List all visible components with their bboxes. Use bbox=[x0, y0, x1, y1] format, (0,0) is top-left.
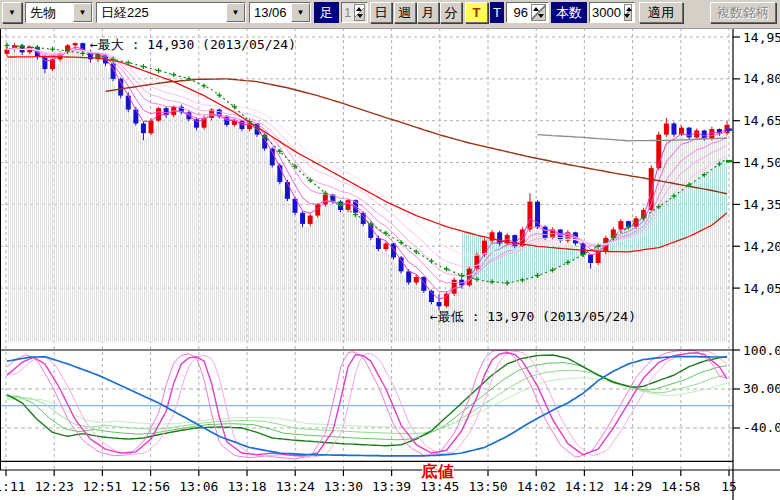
toolbar-collapse-dropdown[interactable]: ▼ bbox=[2, 2, 22, 23]
contract-month-select[interactable]: 13/06 ▼ bbox=[249, 2, 311, 23]
oscillator-lines bbox=[7, 351, 727, 459]
instrument-type-value: 先物 bbox=[30, 4, 56, 22]
svg-text:30.00: 30.00 bbox=[743, 381, 780, 396]
spinner-icon[interactable] bbox=[354, 4, 365, 21]
bar-count-stepper[interactable]: 3000 bbox=[589, 2, 635, 23]
bottom-price-annotation: 底値 bbox=[421, 462, 455, 483]
max-price-annotation: ←最大 : 14,930 (2013/05/24) bbox=[90, 36, 296, 54]
svg-text:13:30: 13:30 bbox=[324, 479, 363, 494]
bar-count-label: 本数 bbox=[551, 2, 587, 23]
svg-text:14:12: 14:12 bbox=[565, 479, 604, 494]
svg-text:14,650: 14,650 bbox=[743, 113, 780, 128]
period-tick-button[interactable]: T bbox=[465, 2, 488, 23]
bar-count-value: 3000 bbox=[592, 5, 621, 20]
chart-application: { "toolbar": { "dropdown_arrow": "▼", "i… bbox=[0, 0, 780, 500]
svg-text:13:50: 13:50 bbox=[468, 479, 507, 494]
period-month-button[interactable]: 月 bbox=[417, 2, 439, 23]
bar-interval-stepper[interactable]: 1 bbox=[341, 2, 368, 23]
bar-interval-value: 1 bbox=[344, 5, 351, 20]
chevron-down-icon[interactable]: ▼ bbox=[226, 3, 245, 22]
period-minute-button[interactable]: 分 bbox=[440, 2, 462, 23]
svg-text:13:06: 13:06 bbox=[179, 479, 218, 494]
svg-text:13:24: 13:24 bbox=[276, 479, 315, 494]
min-price-annotation: ←最低 : 13,970 (2013/05/24) bbox=[430, 308, 636, 326]
tick-count-value: 96 bbox=[514, 5, 528, 20]
symbol-select[interactable]: 日経225 ▼ bbox=[96, 2, 246, 23]
chevron-down-icon: ▼ bbox=[8, 8, 16, 17]
contract-month-value: 13/06 bbox=[254, 5, 287, 20]
chart-canvas[interactable]: 14,95014,80014,65014,50014,35014,20014,0… bbox=[0, 0, 780, 500]
svg-text:13:39: 13:39 bbox=[372, 479, 411, 494]
spinner-icon[interactable] bbox=[531, 4, 546, 21]
svg-text:14,200: 14,200 bbox=[743, 239, 780, 254]
svg-text:14,950: 14,950 bbox=[743, 30, 780, 45]
svg-text:14,050: 14,050 bbox=[743, 281, 780, 296]
chevron-down-icon[interactable]: ▼ bbox=[291, 3, 310, 22]
svg-text:15: 15 bbox=[721, 479, 737, 494]
multi-symbol-button[interactable]: 複数銘柄 bbox=[710, 2, 776, 23]
svg-text:14,500: 14,500 bbox=[743, 155, 780, 170]
svg-text:-40.00: -40.00 bbox=[743, 420, 780, 435]
hatch-under-price bbox=[7, 50, 727, 342]
tick-count-stepper[interactable]: 96 bbox=[506, 2, 549, 23]
period-day-button[interactable]: 日 bbox=[370, 2, 392, 23]
svg-text:12:51: 12:51 bbox=[83, 479, 122, 494]
svg-text:14:02: 14:02 bbox=[517, 479, 556, 494]
svg-text:12:56: 12:56 bbox=[131, 479, 170, 494]
svg-text:14,350: 14,350 bbox=[743, 197, 780, 212]
tick-count-label: T bbox=[490, 2, 504, 23]
chevron-down-icon[interactable]: ▼ bbox=[73, 3, 92, 22]
instrument-type-select[interactable]: 先物 ▼ bbox=[25, 2, 93, 23]
spinner-icon[interactable] bbox=[624, 4, 632, 21]
period-week-button[interactable]: 週 bbox=[394, 2, 416, 23]
svg-text:12:23: 12:23 bbox=[35, 479, 74, 494]
svg-text:14:58: 14:58 bbox=[661, 479, 700, 494]
svg-text:11:11: 11:11 bbox=[0, 479, 26, 494]
svg-text:14,800: 14,800 bbox=[743, 71, 780, 86]
toolbar: ▼ 先物 ▼ 日経225 ▼ 13/06 ▼ 足 1 日 週 月 分 T T 9… bbox=[0, 0, 780, 29]
svg-text:14:29: 14:29 bbox=[613, 479, 652, 494]
svg-text:100.00: 100.00 bbox=[743, 343, 780, 358]
svg-text:13:18: 13:18 bbox=[227, 479, 266, 494]
apply-button[interactable]: 適用 bbox=[639, 2, 683, 23]
bar-type-label: 足 bbox=[314, 2, 339, 23]
symbol-value: 日経225 bbox=[101, 4, 149, 22]
